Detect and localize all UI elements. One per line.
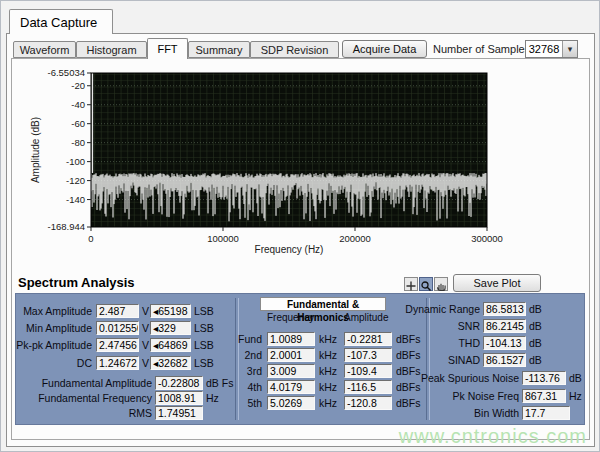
- unit-label: LSB: [194, 338, 214, 352]
- unit-label: LSB: [194, 356, 214, 370]
- harmonic-amp-field[interactable]: -116.5: [344, 380, 392, 394]
- max-amplitude-v-field[interactable]: 2.487: [96, 304, 139, 318]
- unit-label: Hz: [206, 391, 219, 405]
- harmonic-freq-field[interactable]: 3.009: [267, 364, 315, 378]
- save-plot-button[interactable]: Save Plot: [453, 274, 541, 292]
- unit-label: dB: [529, 353, 542, 367]
- samples-dropdown[interactable]: 32768 ▾: [525, 40, 578, 58]
- peak-spurious-noise-field[interactable]: -113.76: [522, 371, 566, 385]
- dropdown-arrow-icon[interactable]: ▾: [562, 41, 577, 57]
- field-label: Bin Width: [409, 406, 519, 420]
- pkpk-amplitude-lsb-field[interactable]: ◂64869: [150, 338, 191, 352]
- svg-text:-80: -80: [71, 137, 85, 148]
- y-axis-ticks: -6.55034-20-40-60-80-100-120-140-168.944: [47, 67, 91, 232]
- field-label: Fundamental Frequency: [26, 391, 152, 405]
- tab-sdp-revision[interactable]: SDP Revision: [250, 41, 339, 58]
- field-label: SINAD: [370, 353, 480, 367]
- svg-text:100000: 100000: [207, 233, 239, 244]
- svg-text:-20: -20: [71, 80, 85, 91]
- samples-value: 32768: [526, 41, 562, 57]
- min-amplitude-v-field[interactable]: 0.012550·: [96, 321, 139, 335]
- fft-chart: -6.55034-20-40-60-80-100-120-140-168.944…: [15, 61, 515, 261]
- svg-text:-40: -40: [71, 99, 85, 110]
- harmonic-amp-field[interactable]: -120.8: [344, 396, 392, 410]
- crosshair-tool-button[interactable]: [404, 277, 418, 291]
- field-label: DC: [16, 356, 92, 370]
- unit-label: V: [142, 304, 149, 318]
- unit-label: V: [142, 338, 149, 352]
- tab-histogram[interactable]: Histogram: [76, 41, 147, 58]
- svg-text:300000: 300000: [471, 233, 503, 244]
- svg-text:0: 0: [88, 233, 93, 244]
- unit-label: kHz: [319, 380, 337, 394]
- harmonic-freq-field[interactable]: 2.0001: [267, 348, 315, 362]
- unit-label: dB: [569, 371, 582, 385]
- unit-label: kHz: [319, 396, 337, 410]
- field-label: Peak Spurious Noise: [409, 371, 519, 385]
- x-axis-label: Frequency (Hz): [255, 244, 324, 255]
- snr-field[interactable]: 86.2145: [483, 319, 526, 333]
- unit-label: V: [142, 356, 149, 370]
- window-tab-data-capture[interactable]: Data Capture: [9, 9, 113, 34]
- number-of-samples-label: Number of Samples: [433, 43, 530, 55]
- field-label: Fundamental Amplitude: [26, 376, 152, 390]
- tab-waveform[interactable]: Waveform: [13, 41, 76, 58]
- svg-text:-100: -100: [66, 156, 85, 167]
- spectrum-analysis-panel: Max Amplitude 2.487 V ◂65198 LSB Min Amp…: [15, 293, 585, 425]
- field-label: Min Amplitude: [16, 321, 92, 335]
- unit-label: V: [142, 321, 149, 335]
- fundamental-amplitude-field[interactable]: -0.22808: [155, 376, 203, 390]
- svg-text:-60: -60: [71, 118, 85, 129]
- harmonic-row-name: 4th: [222, 380, 262, 394]
- acquire-data-button[interactable]: Acquire Data: [342, 40, 427, 58]
- pan-tool-button[interactable]: [434, 277, 448, 291]
- bin-width-field[interactable]: 17.7: [522, 406, 570, 420]
- svg-text:-140: -140: [66, 194, 85, 205]
- x-axis-ticks: 0100000200000300000: [88, 227, 503, 244]
- spectrum-analysis-heading: Spectrum Analysis: [18, 275, 135, 290]
- unit-label: LSB: [194, 321, 214, 335]
- unit-label: LSB: [194, 304, 214, 318]
- unit-label: dB: [529, 302, 542, 316]
- svg-text:200000: 200000: [339, 233, 371, 244]
- harmonic-freq-field[interactable]: 4.0179: [267, 380, 315, 394]
- tab-fft[interactable]: FFT: [147, 38, 188, 59]
- field-label: Dynamic Range: [370, 302, 480, 316]
- svg-text:-6.55034: -6.55034: [47, 67, 85, 78]
- unit-label: kHz: [319, 332, 337, 346]
- app-window: Data Capture Waveform Histogram FFT Summ…: [0, 0, 600, 452]
- harmonic-row-name: 2nd: [222, 348, 262, 362]
- field-label: Pk-pk Amplitude: [16, 338, 92, 352]
- dynamic-range-field[interactable]: 86.5813: [483, 302, 526, 316]
- svg-text:-168.944: -168.944: [47, 221, 85, 232]
- pk-noise-freq-field[interactable]: 867.31: [522, 389, 566, 403]
- min-amplitude-lsb-field[interactable]: ◂329: [150, 321, 191, 335]
- tab-summary[interactable]: Summary: [188, 41, 250, 58]
- dc-v-field[interactable]: 1.24672: [96, 356, 139, 370]
- field-label: SNR: [370, 319, 480, 333]
- unit-label: kHz: [319, 348, 337, 362]
- unit-label: Hz: [569, 389, 582, 403]
- field-label: RMS: [26, 406, 152, 420]
- zoom-tool-button[interactable]: [419, 277, 433, 291]
- svg-text:-120: -120: [66, 175, 85, 186]
- max-amplitude-lsb-field[interactable]: ◂65198: [150, 304, 191, 318]
- thd-field[interactable]: -104.13: [483, 336, 526, 350]
- fundamental-frequency-field[interactable]: 1008.91: [155, 391, 203, 405]
- harmonics-col-frequency: Frequency: [267, 312, 314, 323]
- dc-lsb-field[interactable]: ◂32682: [150, 356, 191, 370]
- watermark-text: www.cntronics.com: [301, 425, 587, 448]
- field-label: Pk Noise Freq: [409, 389, 519, 403]
- harmonic-freq-field[interactable]: 5.0269: [267, 396, 315, 410]
- unit-label: kHz: [319, 364, 337, 378]
- harmonics-group-title: Fundamental & Harmonics: [260, 297, 386, 311]
- harmonic-freq-field[interactable]: 1.0089: [267, 332, 315, 346]
- unit-label: dB: [529, 336, 542, 350]
- sinad-field[interactable]: 86.1527: [483, 353, 526, 367]
- pkpk-amplitude-v-field[interactable]: 2.47456: [96, 338, 139, 352]
- harmonic-row-name: 3rd: [222, 364, 262, 378]
- harmonic-row-name: 5th: [222, 396, 262, 410]
- field-label: THD: [370, 336, 480, 350]
- y-axis-label: Amplitude (dB): [30, 117, 41, 183]
- rms-field[interactable]: 1.74951: [155, 406, 203, 420]
